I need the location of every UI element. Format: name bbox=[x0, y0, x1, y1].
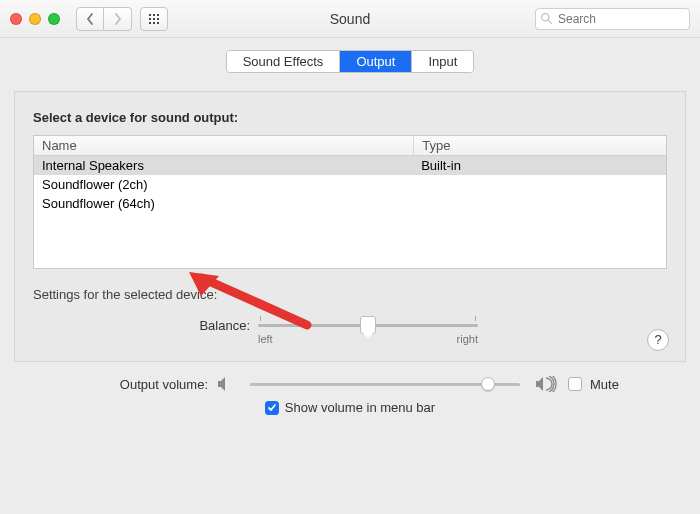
speaker-max-icon bbox=[534, 376, 560, 392]
table-row[interactable]: Internal Speakers Built-in bbox=[34, 156, 666, 175]
speaker-min-icon bbox=[216, 376, 236, 392]
balance-left-label: left bbox=[258, 333, 273, 345]
device-type bbox=[413, 194, 666, 213]
window-controls bbox=[10, 13, 60, 25]
menubar-row: Show volume in menu bar bbox=[28, 400, 672, 415]
toolbar: Sound bbox=[0, 0, 700, 38]
svg-line-1 bbox=[548, 20, 551, 23]
tab-bar: Sound Effects Output Input bbox=[0, 50, 700, 73]
output-pane: Select a device for sound output: Name T… bbox=[14, 91, 686, 362]
balance-slider-container: left right bbox=[258, 316, 667, 345]
balance-thumb[interactable] bbox=[360, 316, 376, 334]
help-button[interactable]: ? bbox=[647, 329, 669, 351]
content-area: Sound Effects Output Input Select a devi… bbox=[0, 38, 700, 514]
column-header-type[interactable]: Type bbox=[413, 136, 666, 155]
device-type: Built-in bbox=[413, 156, 666, 175]
search-input[interactable] bbox=[535, 8, 690, 30]
table-row[interactable]: Soundflower (64ch) bbox=[34, 194, 666, 213]
menubar-label: Show volume in menu bar bbox=[285, 400, 435, 415]
search-field-wrap bbox=[535, 8, 690, 30]
footer-controls: Output volume: Mute Show volume in menu … bbox=[28, 376, 672, 415]
table-header: Name Type bbox=[34, 136, 666, 156]
device-name: Internal Speakers bbox=[34, 156, 413, 175]
mute-label: Mute bbox=[590, 377, 619, 392]
balance-slider[interactable] bbox=[258, 324, 478, 327]
back-button[interactable] bbox=[76, 7, 104, 31]
device-list[interactable]: Internal Speakers Built-in Soundflower (… bbox=[34, 156, 666, 268]
show-all-button[interactable] bbox=[140, 7, 168, 31]
tab-output[interactable]: Output bbox=[340, 51, 412, 72]
volume-label: Output volume: bbox=[28, 377, 208, 392]
output-heading: Select a device for sound output: bbox=[33, 110, 667, 125]
tab-input[interactable]: Input bbox=[412, 51, 473, 72]
device-name: Soundflower (64ch) bbox=[34, 194, 413, 213]
volume-thumb[interactable] bbox=[481, 377, 495, 391]
balance-control: Balance: left right bbox=[33, 316, 667, 345]
minimize-window-button[interactable] bbox=[29, 13, 41, 25]
menubar-checkbox[interactable] bbox=[265, 401, 279, 415]
device-type bbox=[413, 175, 666, 194]
balance-right-label: right bbox=[457, 333, 478, 345]
mute-checkbox[interactable] bbox=[568, 377, 582, 391]
balance-label: Balance: bbox=[33, 316, 258, 345]
nav-group bbox=[76, 7, 132, 31]
volume-row: Output volume: Mute bbox=[28, 376, 672, 392]
column-header-name[interactable]: Name bbox=[34, 136, 413, 155]
volume-slider[interactable] bbox=[250, 383, 520, 386]
device-name: Soundflower (2ch) bbox=[34, 175, 413, 194]
tab-sound-effects[interactable]: Sound Effects bbox=[227, 51, 341, 72]
settings-heading: Settings for the selected device: bbox=[33, 287, 667, 302]
forward-button[interactable] bbox=[104, 7, 132, 31]
search-icon bbox=[540, 12, 553, 25]
close-window-button[interactable] bbox=[10, 13, 22, 25]
table-row[interactable]: Soundflower (2ch) bbox=[34, 175, 666, 194]
device-table: Name Type Internal Speakers Built-in Sou… bbox=[33, 135, 667, 269]
zoom-window-button[interactable] bbox=[48, 13, 60, 25]
